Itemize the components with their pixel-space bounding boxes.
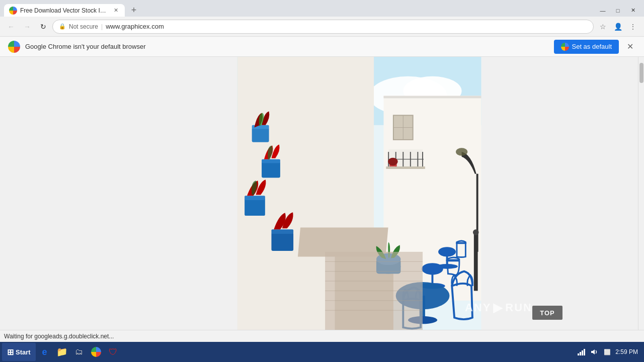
address-bar-actions: ☆ 👤 ⋮ — [596, 20, 640, 34]
svg-rect-54 — [446, 259, 460, 261]
close-button[interactable]: ✕ — [626, 6, 640, 16]
scrollbar[interactable] — [638, 57, 644, 330]
svg-rect-36 — [262, 159, 280, 163]
start-button[interactable]: ⊞ Start — [2, 343, 36, 361]
back-button[interactable]: ← — [4, 20, 18, 34]
url-text: www.graphicex.com — [106, 23, 164, 30]
anyrun-any-text: ANY — [465, 301, 491, 314]
maximize-button[interactable]: □ — [611, 6, 625, 16]
scrollbar-thumb[interactable] — [639, 63, 643, 83]
chrome-taskbar-icon — [91, 347, 101, 357]
svg-point-20 — [388, 158, 397, 166]
shield-icon: 🛡 — [109, 347, 118, 357]
svg-rect-71 — [584, 349, 585, 355]
forward-button[interactable]: → — [20, 20, 34, 34]
svg-rect-5 — [383, 96, 481, 99]
window-controls: — □ ✕ — [596, 4, 644, 17]
set-default-label: Set as default — [572, 43, 612, 50]
tray-network-icon — [576, 347, 586, 357]
svg-rect-38 — [245, 196, 265, 200]
svg-rect-66 — [474, 232, 478, 291]
url-bar[interactable]: 🔒 Not secure | www.graphicex.com — [52, 20, 594, 34]
notification-bar: Google Chrome isn't your default browser… — [0, 37, 644, 57]
taskbar-icon-shield[interactable]: 🛡 — [105, 344, 121, 360]
main-content: La Tienda del Flamenco — [131, 57, 588, 330]
start-label: Start — [16, 348, 31, 356]
taskbar-icon-ie[interactable]: e — [37, 344, 53, 360]
anyrun-watermark: ANY ▶ RUN — [465, 301, 532, 315]
tray-volume-icon — [589, 347, 599, 357]
taskbar-icon-chrome[interactable] — [88, 344, 104, 360]
address-bar: ← → ↻ 🔒 Not secure | www.graphicex.com ☆… — [0, 17, 644, 37]
notification-text: Google Chrome isn't your default browser — [25, 43, 549, 50]
chrome-logo-icon — [8, 41, 20, 53]
tab-strip: Free Download Vector Stock Image | ✕ + — [0, 4, 141, 17]
svg-rect-68 — [578, 353, 579, 355]
url-separator: | — [101, 23, 103, 30]
tab-favicon — [9, 7, 17, 15]
svg-rect-37 — [245, 198, 265, 216]
windows-flag-icon: ⊞ — [7, 347, 14, 357]
bookmark-button[interactable]: ☆ — [596, 20, 610, 34]
svg-rect-69 — [580, 352, 581, 355]
refresh-button[interactable]: ↻ — [36, 20, 50, 34]
files-icon: 🗂 — [75, 347, 83, 356]
svg-rect-40 — [271, 229, 293, 234]
svg-rect-70 — [582, 350, 583, 355]
top-button[interactable]: TOP — [532, 306, 562, 320]
tray-taskbar-icon1: ⬜ — [602, 347, 612, 357]
svg-point-25 — [456, 148, 467, 156]
minimize-button[interactable]: — — [596, 6, 610, 16]
menu-button[interactable]: ⋮ — [626, 20, 640, 34]
web-content-area: La Tienda del Flamenco — [0, 57, 644, 330]
main-image-container: La Tienda del Flamenco — [233, 57, 485, 330]
svg-marker-72 — [591, 349, 595, 354]
security-label: Not secure — [69, 23, 98, 30]
ie-icon: e — [42, 347, 47, 357]
status-text: Waiting for googleads.g.doubleclick.net.… — [4, 333, 114, 340]
time-text: 2:59 PM — [615, 348, 638, 356]
left-sidebar — [0, 57, 131, 330]
title-bar: Free Download Vector Stock Image | ✕ + —… — [0, 0, 644, 17]
chrome-browser-window: Free Download Vector Stock Image | ✕ + —… — [0, 0, 644, 362]
svg-rect-53 — [456, 242, 466, 244]
taskbar: ⊞ Start e 📁 🗂 🛡 ⬜ 2:59 PM — [0, 342, 644, 362]
svg-rect-33 — [252, 128, 269, 142]
svg-point-67 — [473, 229, 479, 235]
system-tray: ⬜ 2:59 PM — [576, 347, 642, 357]
street-image: La Tienda del Flamenco — [233, 57, 485, 330]
btn-chrome-icon — [561, 43, 569, 51]
svg-rect-11 — [386, 166, 425, 169]
svg-rect-35 — [262, 161, 280, 177]
anyrun-run-text: RUN — [505, 301, 532, 314]
notification-close-button[interactable]: ✕ — [624, 41, 636, 53]
clock-display: 2:59 PM — [615, 348, 638, 356]
set-default-button[interactable]: Set as default — [554, 40, 619, 54]
taskbar-icon-folder[interactable]: 📁 — [54, 344, 70, 360]
tab-label: Free Download Vector Stock Image | — [20, 7, 109, 14]
profile-button[interactable]: 👤 — [611, 20, 625, 34]
right-sidebar — [588, 57, 638, 330]
status-bar: Waiting for googleads.g.doubleclick.net.… — [0, 330, 644, 342]
anyrun-play-icon: ▶ — [493, 301, 503, 315]
tab-close-button[interactable]: ✕ — [112, 7, 120, 15]
taskbar-icon-files[interactable]: 🗂 — [71, 344, 87, 360]
security-icon: 🔒 — [59, 23, 66, 30]
active-tab[interactable]: Free Download Vector Stock Image | ✕ — [4, 4, 125, 17]
top-button-label: TOP — [540, 309, 555, 317]
folder-icon: 📁 — [56, 346, 67, 357]
new-tab-button[interactable]: + — [127, 4, 141, 17]
svg-rect-39 — [271, 232, 293, 251]
